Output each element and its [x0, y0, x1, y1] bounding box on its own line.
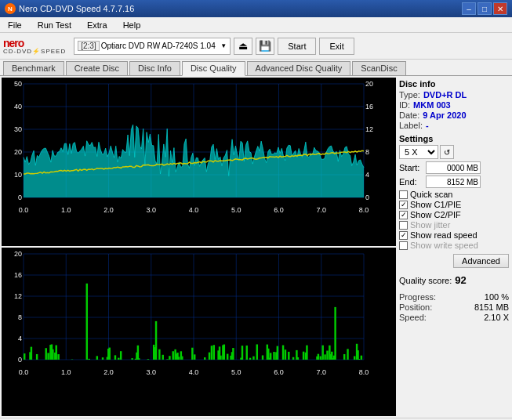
- drive-selector[interactable]: [2:3] Optiarc DVD RW AD-7240S 1.04 ▼: [74, 38, 231, 55]
- show-c1-pie-checkbox[interactable]: [399, 201, 408, 209]
- minimize-button[interactable]: –: [462, 2, 476, 15]
- nero-logo-sub: CD-DVD⚡SPEED: [3, 48, 66, 55]
- app-icon: N: [5, 3, 16, 14]
- close-button[interactable]: ✕: [493, 2, 507, 15]
- menu-run-test[interactable]: Run Test: [33, 20, 76, 31]
- advanced-button[interactable]: Advanced: [453, 254, 509, 268]
- title-bar: N Nero CD-DVD Speed 4.7.7.16 – □ ✕: [0, 0, 512, 17]
- show-c1-pie-label: Show C1/PIE: [410, 200, 461, 209]
- quality-score-section: Quality score: 92: [399, 274, 509, 286]
- drive-badge: [2:3]: [78, 41, 99, 51]
- speed-value: 2.10 X: [484, 313, 509, 322]
- start-label: Start:: [399, 163, 423, 172]
- show-c2-pif-label: Show C2/PIF: [410, 210, 461, 219]
- disc-info-title: Disc info: [399, 79, 509, 89]
- tab-disc-quality[interactable]: Disc Quality: [182, 61, 245, 76]
- label-value: -: [426, 121, 429, 130]
- tab-benchmark[interactable]: Benchmark: [3, 61, 64, 75]
- menu-file[interactable]: File: [3, 20, 27, 31]
- menu-bar: File Run Test Extra Help: [0, 17, 512, 33]
- show-read-speed-checkbox[interactable]: [399, 231, 408, 240]
- settings-title: Settings: [399, 134, 509, 143]
- tab-disc-info[interactable]: Disc Info: [129, 61, 180, 75]
- date-value: 9 Apr 2020: [423, 110, 466, 120]
- menu-help[interactable]: Help: [118, 20, 146, 31]
- show-write-speed-checkbox[interactable]: [399, 241, 408, 250]
- main-area: Disc info Type: DVD+R DL ID: MKM 003 Dat…: [0, 76, 512, 418]
- tab-bar: Benchmark Create Disc Disc Info Disc Qua…: [0, 60, 512, 76]
- menu-extra[interactable]: Extra: [82, 20, 112, 31]
- speed-label: Speed:: [399, 313, 427, 322]
- progress-value: 100 %: [485, 292, 509, 302]
- show-write-speed-label: Show write speed: [410, 241, 478, 250]
- date-label: Date:: [399, 110, 419, 120]
- settings-section: Settings 5 X ↺ Start: End: Quick scan: [399, 134, 509, 268]
- nero-logo: nero CD-DVD⚡SPEED: [3, 37, 66, 55]
- quick-scan-label: Quick scan: [410, 190, 452, 199]
- tab-create-disc[interactable]: Create Disc: [66, 61, 128, 75]
- id-value: MKM 003: [413, 100, 451, 110]
- refresh-button[interactable]: ↺: [440, 145, 454, 159]
- progress-label: Progress:: [399, 292, 436, 302]
- tab-scandisc[interactable]: ScanDisc: [352, 61, 405, 75]
- exit-button[interactable]: Exit: [319, 38, 354, 55]
- eject-button[interactable]: ⏏: [234, 38, 252, 55]
- end-input[interactable]: [426, 176, 481, 188]
- disc-info-section: Disc info Type: DVD+R DL ID: MKM 003 Dat…: [399, 79, 509, 131]
- start-button[interactable]: Start: [278, 38, 316, 55]
- type-label: Type:: [399, 90, 420, 100]
- label-label: Label:: [399, 121, 423, 130]
- quality-score-value: 92: [455, 274, 466, 286]
- speed-dropdown[interactable]: 5 X: [399, 145, 438, 159]
- drive-name: Optiarc DVD RW AD-7240S 1.04: [101, 42, 220, 50]
- window-controls: – □ ✕: [462, 2, 507, 15]
- right-panel: Disc info Type: DVD+R DL ID: MKM 003 Dat…: [396, 76, 512, 418]
- position-value: 8151 MB: [474, 302, 509, 312]
- show-jitter-label: Show jitter: [410, 220, 450, 230]
- show-read-speed-label: Show read speed: [410, 230, 478, 240]
- show-jitter-checkbox[interactable]: [399, 221, 408, 230]
- lower-chart: [2, 248, 396, 416]
- start-input[interactable]: [426, 161, 481, 174]
- toolbar: nero CD-DVD⚡SPEED [2:3] Optiarc DVD RW A…: [0, 33, 512, 60]
- type-value: DVD+R DL: [423, 90, 467, 100]
- show-c2-pif-checkbox[interactable]: [399, 211, 408, 219]
- quality-score-label: Quality score:: [399, 276, 452, 285]
- end-label: End:: [399, 177, 423, 186]
- upper-chart: [2, 78, 396, 246]
- window-title: Nero CD-DVD Speed 4.7.7.16: [19, 4, 134, 13]
- id-label: ID:: [399, 100, 410, 110]
- tab-advanced-disc-quality[interactable]: Advanced Disc Quality: [247, 61, 351, 75]
- progress-section: Progress: 100 % Position: 8151 MB Speed:…: [399, 292, 509, 323]
- quick-scan-checkbox[interactable]: [399, 190, 408, 199]
- drive-dropdown-arrow[interactable]: ▼: [220, 42, 227, 49]
- maximize-button[interactable]: □: [478, 2, 492, 15]
- position-label: Position:: [399, 302, 432, 312]
- save-button[interactable]: 💾: [256, 38, 274, 55]
